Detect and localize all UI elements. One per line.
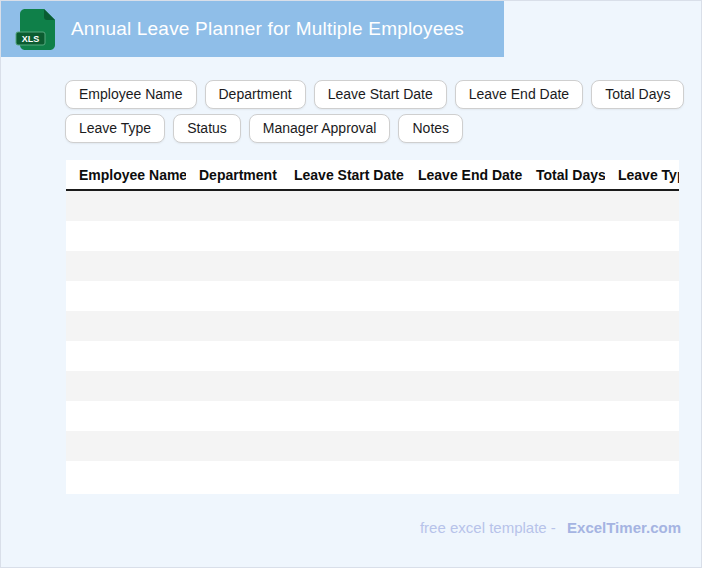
table-cell[interactable] — [605, 341, 679, 371]
table-row[interactable] — [66, 371, 679, 401]
column-header-department: Department — [186, 160, 281, 190]
table-cell[interactable] — [281, 251, 405, 281]
field-chip[interactable]: Leave Start Date — [314, 80, 447, 109]
table-row[interactable] — [66, 431, 679, 461]
table-cell[interactable] — [281, 341, 405, 371]
leave-table-body — [66, 190, 679, 491]
table-cell[interactable] — [405, 371, 523, 401]
table-cell[interactable] — [66, 461, 186, 491]
field-chip[interactable]: Department — [205, 80, 306, 109]
table-cell[interactable] — [281, 221, 405, 251]
column-header-leave-start-date: Leave Start Date — [281, 160, 405, 190]
table-cell[interactable] — [186, 341, 281, 371]
field-chip[interactable]: Leave Type — [65, 114, 165, 143]
table-cell[interactable] — [605, 371, 679, 401]
table-cell[interactable] — [405, 401, 523, 431]
table-cell[interactable] — [186, 401, 281, 431]
leave-table-container: Employee Name Department Leave Start Dat… — [66, 160, 679, 494]
table-cell[interactable] — [405, 461, 523, 491]
table-cell[interactable] — [605, 311, 679, 341]
table-row[interactable] — [66, 401, 679, 431]
table-row[interactable] — [66, 190, 679, 221]
field-chip[interactable]: Status — [173, 114, 241, 143]
page: XLS Annual Leave Planner for Multiple Em… — [0, 0, 702, 568]
table-cell[interactable] — [66, 371, 186, 401]
table-cell[interactable] — [66, 341, 186, 371]
table-cell[interactable] — [186, 431, 281, 461]
table-cell[interactable] — [186, 281, 281, 311]
table-cell[interactable] — [523, 251, 605, 281]
table-cell[interactable] — [281, 461, 405, 491]
table-cell[interactable] — [66, 281, 186, 311]
field-chip-row-2: Leave TypeStatusManager ApprovalNotes — [65, 114, 695, 143]
table-cell[interactable] — [186, 371, 281, 401]
leave-table: Employee Name Department Leave Start Dat… — [66, 160, 679, 491]
table-cell[interactable] — [281, 190, 405, 221]
field-chips: Employee NameDepartmentLeave Start DateL… — [65, 80, 695, 148]
table-cell[interactable] — [66, 311, 186, 341]
table-cell[interactable] — [281, 371, 405, 401]
table-cell[interactable] — [523, 190, 605, 221]
xls-icon-label: XLS — [22, 34, 40, 44]
table-cell[interactable] — [605, 221, 679, 251]
table-cell[interactable] — [186, 221, 281, 251]
table-cell[interactable] — [66, 221, 186, 251]
table-cell[interactable] — [523, 371, 605, 401]
footer-text: free excel template - — [420, 519, 556, 536]
table-cell[interactable] — [605, 251, 679, 281]
footer: free excel template - ExcelTimer.com — [420, 518, 681, 538]
table-cell[interactable] — [405, 431, 523, 461]
table-cell[interactable] — [405, 221, 523, 251]
column-header-leave-type: Leave Type — [605, 160, 679, 190]
table-cell[interactable] — [186, 251, 281, 281]
table-cell[interactable] — [66, 431, 186, 461]
table-row[interactable] — [66, 281, 679, 311]
table-cell[interactable] — [66, 190, 186, 221]
xls-file-icon: XLS — [14, 7, 58, 51]
field-chip[interactable]: Employee Name — [65, 80, 197, 109]
table-cell[interactable] — [66, 401, 186, 431]
table-cell[interactable] — [281, 311, 405, 341]
table-row[interactable] — [66, 221, 679, 251]
column-header-leave-end-date: Leave End Date — [405, 160, 523, 190]
column-header-total-days: Total Days — [523, 160, 605, 190]
table-header-row: Employee Name Department Leave Start Dat… — [66, 160, 679, 190]
table-cell[interactable] — [405, 190, 523, 221]
field-chip[interactable]: Notes — [398, 114, 463, 143]
field-chip-row-1: Employee NameDepartmentLeave Start DateL… — [65, 80, 695, 109]
table-cell[interactable] — [281, 401, 405, 431]
table-row[interactable] — [66, 461, 679, 491]
table-cell[interactable] — [186, 190, 281, 221]
footer-brand-link[interactable]: ExcelTimer.com — [567, 519, 681, 536]
page-title: Annual Leave Planner for Multiple Employ… — [71, 18, 464, 40]
table-cell[interactable] — [605, 190, 679, 221]
table-cell[interactable] — [281, 281, 405, 311]
table-row[interactable] — [66, 251, 679, 281]
table-cell[interactable] — [605, 461, 679, 491]
table-cell[interactable] — [405, 281, 523, 311]
table-cell[interactable] — [523, 341, 605, 371]
table-cell[interactable] — [405, 341, 523, 371]
table-cell[interactable] — [405, 251, 523, 281]
table-cell[interactable] — [523, 431, 605, 461]
table-cell[interactable] — [186, 311, 281, 341]
table-cell[interactable] — [523, 221, 605, 251]
table-cell[interactable] — [605, 281, 679, 311]
table-cell[interactable] — [523, 401, 605, 431]
table-cell[interactable] — [281, 431, 405, 461]
table-cell[interactable] — [605, 401, 679, 431]
table-cell[interactable] — [523, 281, 605, 311]
field-chip[interactable]: Leave End Date — [455, 80, 583, 109]
field-chip[interactable]: Total Days — [591, 80, 684, 109]
title-bar: XLS Annual Leave Planner for Multiple Em… — [1, 1, 504, 57]
table-cell[interactable] — [405, 311, 523, 341]
table-row[interactable] — [66, 311, 679, 341]
table-row[interactable] — [66, 341, 679, 371]
field-chip[interactable]: Manager Approval — [249, 114, 391, 143]
column-header-employee-name: Employee Name — [66, 160, 186, 190]
table-cell[interactable] — [186, 461, 281, 491]
table-cell[interactable] — [523, 311, 605, 341]
table-cell[interactable] — [66, 251, 186, 281]
table-cell[interactable] — [605, 431, 679, 461]
table-cell[interactable] — [523, 461, 605, 491]
